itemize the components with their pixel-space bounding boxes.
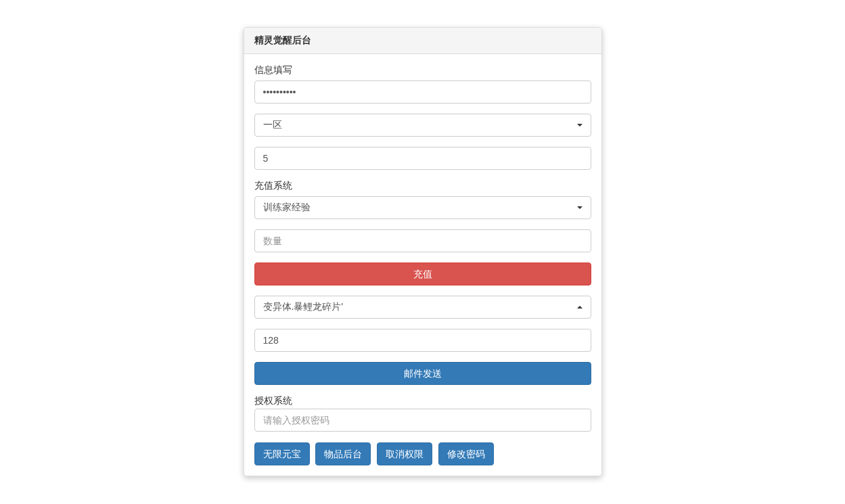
recharge-section-label: 充值系统: [254, 180, 591, 192]
items-backend-button[interactable]: 物品后台: [315, 442, 371, 465]
password-group: [254, 81, 591, 104]
mail-send-group: 邮件发送: [254, 362, 591, 385]
zone-group: 一区: [254, 114, 591, 137]
mail-count-input[interactable]: [254, 329, 591, 352]
recharge-type-group: 训练家经验: [254, 196, 591, 219]
recharge-button[interactable]: 充值: [254, 262, 591, 285]
recharge-type-label: 训练家经验: [263, 202, 311, 214]
mail-item-group: 变异体.暴鲤龙碎片': [254, 296, 591, 319]
recharge-amount-group: [254, 229, 591, 252]
recharge-button-group: 充值: [254, 262, 591, 285]
admin-panel: 精灵觉醒后台 信息填写 一区 充值系统 训练家经验: [244, 27, 602, 476]
revoke-permission-button[interactable]: 取消权限: [377, 442, 432, 465]
info-section-label: 信息填写: [254, 64, 591, 76]
auth-section-label: 授权系统: [254, 395, 591, 407]
recharge-type-select[interactable]: 训练家经验: [254, 196, 591, 219]
caret-down-icon: [577, 124, 583, 127]
caret-down-icon: [577, 206, 583, 209]
mail-send-button[interactable]: 邮件发送: [254, 362, 591, 385]
action-button-row: 无限元宝 物品后台 取消权限 修改密码: [254, 442, 591, 465]
auth-password-group: [254, 409, 591, 432]
mail-item-select[interactable]: 变异体.暴鲤龙碎片': [254, 296, 591, 319]
number-group: [254, 147, 591, 170]
change-password-button[interactable]: 修改密码: [438, 442, 494, 465]
password-input[interactable]: [254, 81, 591, 104]
auth-password-input[interactable]: [254, 409, 591, 432]
mail-item-label: 变异体.暴鲤龙碎片': [263, 301, 344, 313]
recharge-amount-input[interactable]: [254, 229, 591, 252]
zone-selected-label: 一区: [263, 119, 282, 131]
unlimited-gold-button[interactable]: 无限元宝: [254, 442, 310, 465]
zone-select[interactable]: 一区: [254, 114, 591, 137]
caret-up-icon: [577, 306, 583, 308]
panel-body: 信息填写 一区 充值系统 训练家经验: [244, 54, 601, 476]
mail-count-group: [254, 329, 591, 352]
number-input[interactable]: [254, 147, 591, 170]
panel-title: 精灵觉醒后台: [244, 28, 601, 54]
